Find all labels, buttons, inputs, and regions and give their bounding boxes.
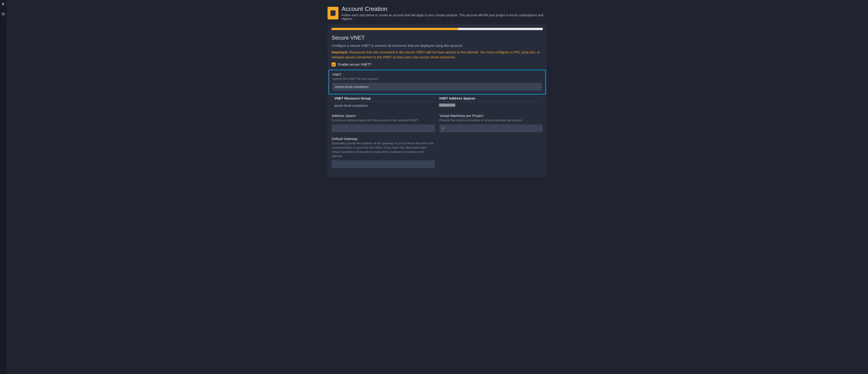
page-subtitle: Follow each step below to create an acco… [342,13,547,21]
default-gateway-label: Default Gateway [332,137,435,141]
step-description: Configure a secure VNET to connect all r… [332,44,543,48]
expand-sidebar-icon[interactable] [1,2,5,6]
default-gateway-help: Optionally provide the address of the ga… [332,141,435,158]
vnet-field-label: VNET* [332,72,542,76]
page-title: Account Creation [342,5,547,12]
sidebar [0,0,6,374]
vnet-highlight: VNET* Specify the VNET for this account.… [329,70,546,95]
step-title: Secure VNET [332,35,543,41]
main-content: Account Creation Follow each step below … [6,0,868,374]
vm-per-project-field: Virtual Machines per Project* Provide th… [439,114,543,132]
wizard-panel: Secure VNET Configure a secure VNET to c… [328,24,547,177]
svg-point-1 [332,11,334,13]
important-label: Important: [332,50,348,54]
enable-secure-vnet-label: Enable secure VNET? [338,62,371,66]
important-text: Resources that are connected to the secu… [332,50,540,59]
vnet-resource-group-value: assist-local-containers [334,103,435,107]
important-note: Important: Resources that are connected … [332,50,543,60]
vm-per-project-help: Provide the maximum number of virtual ma… [439,118,543,123]
loading-skeleton [439,103,455,107]
vnet-select[interactable]: assist-local-containers [332,83,542,91]
vnet-help: Specify the VNET for this account. [332,77,542,81]
vm-per-project-label: Virtual Machines per Project* [439,114,543,118]
default-gateway-input[interactable] [332,160,435,168]
address-space-field: Address Space* Provide an address space … [332,114,435,132]
vm-per-project-input[interactable] [439,124,543,132]
sidebar-divider [1,20,5,21]
address-space-help: Provide an address space for this accoun… [332,118,435,123]
account-icon [328,7,338,20]
progress-fill [332,28,458,30]
check-icon [332,62,336,66]
vnet-info-row: VNET Resource Group assist-local-contain… [332,95,543,107]
vnet-address-spaces-value [439,103,540,107]
progress-bar [332,28,543,30]
default-gateway-field: Default Gateway Optionally provide the a… [332,137,435,168]
enable-secure-vnet-checkbox[interactable]: Enable secure VNET? [332,62,543,66]
page-header: Account Creation Follow each step below … [328,5,547,21]
vnet-resource-group-heading: VNET Resource Group [334,95,435,102]
vnet-address-spaces-heading: VNET Address Spaces [439,95,540,102]
address-space-input[interactable] [332,124,435,132]
address-space-label: Address Space* [332,114,435,118]
add-icon[interactable] [2,12,5,16]
